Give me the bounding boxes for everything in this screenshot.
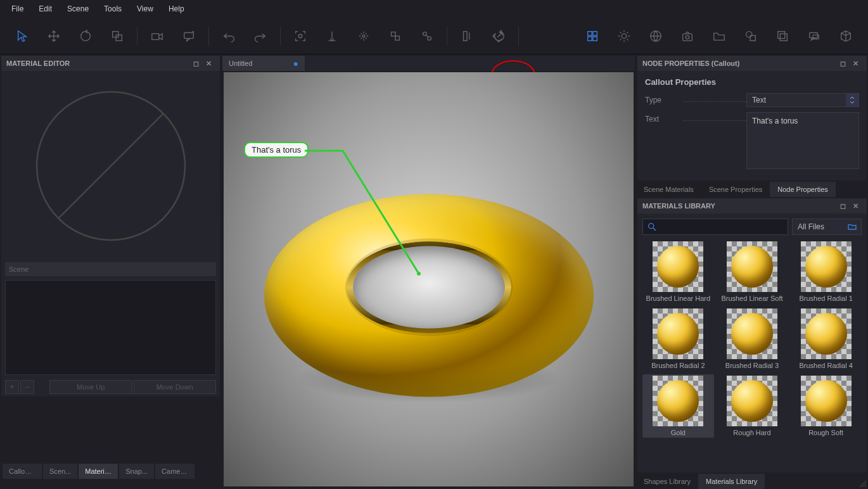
right-sidebar: NODE PROPERTIES (Callout) ◻ ✕ Callout Pr… xyxy=(636,54,868,489)
text-label: Text xyxy=(645,112,683,124)
maximize-icon[interactable]: ◻ xyxy=(836,60,849,68)
menu-scene[interactable]: Scene xyxy=(60,2,96,16)
menubar: File Edit Scene Tools View Help xyxy=(0,0,868,18)
node-properties-header: NODE PROPERTIES (Callout) ◻ ✕ xyxy=(637,56,867,71)
chevron-updown-icon xyxy=(846,94,858,106)
library-item[interactable]: Rough Soft xyxy=(790,374,862,438)
library-item[interactable]: Rough Hard xyxy=(717,374,788,438)
panel-scene-button[interactable] xyxy=(579,23,606,49)
move-up-button[interactable]: Move Up xyxy=(49,380,132,394)
panel-folder-button[interactable] xyxy=(706,23,732,49)
redo-button[interactable] xyxy=(247,23,274,49)
panel-globe-button[interactable] xyxy=(642,23,669,49)
panel-images-button[interactable] xyxy=(769,23,796,49)
left-sidebar: MATERIAL EDITOR ◻ ✕ Scene + − Move Up Mo… xyxy=(0,54,221,489)
panel-camera-button[interactable] xyxy=(674,23,701,49)
svg-rect-14 xyxy=(588,36,592,40)
material-scene-row[interactable]: Scene xyxy=(5,262,216,276)
maximize-icon[interactable]: ◻ xyxy=(189,60,202,68)
document-tabbar: Untitled ● xyxy=(222,56,635,71)
close-icon[interactable]: ✕ xyxy=(849,202,862,210)
library-filter-select[interactable]: All Files xyxy=(792,219,862,235)
tab-materials-library[interactable]: Materials Library xyxy=(698,474,765,489)
menu-file[interactable]: File xyxy=(4,2,31,16)
material-editor-title: MATERIAL EDITOR xyxy=(6,60,70,67)
callout-label[interactable]: That's a torus xyxy=(244,142,309,158)
bottom-tab[interactable]: Scen... xyxy=(43,464,77,479)
move-tool[interactable] xyxy=(41,23,67,49)
tab-scene-properties[interactable]: Scene Properties xyxy=(701,182,770,197)
resize-grip[interactable] xyxy=(858,479,867,488)
material-tool[interactable] xyxy=(382,23,409,49)
svg-rect-12 xyxy=(588,31,592,35)
svg-point-0 xyxy=(81,31,91,41)
remove-material-button[interactable]: − xyxy=(20,380,34,394)
material-editor-header: MATERIAL EDITOR ◻ ✕ xyxy=(1,56,220,71)
panel-callouts-button[interactable] xyxy=(801,23,827,49)
move-down-button[interactable]: Move Down xyxy=(134,380,217,394)
material-thumbnail xyxy=(653,241,703,292)
material-label: Brushed Radial 3 xyxy=(725,362,779,369)
materials-library-body: All Files Brushed Linear HardBrushed Lin… xyxy=(637,213,867,473)
tab-shapes-library[interactable]: Shapes Library xyxy=(636,474,698,489)
panel-cube-button[interactable] xyxy=(833,23,859,49)
menu-help[interactable]: Help xyxy=(161,2,192,16)
svg-point-5 xyxy=(298,34,302,38)
tab-node-properties[interactable]: Node Properties xyxy=(770,182,836,197)
ground-tool[interactable] xyxy=(319,23,345,49)
toolbar xyxy=(0,18,868,54)
svg-rect-15 xyxy=(593,36,597,40)
svg-point-30 xyxy=(417,272,421,276)
folder-icon xyxy=(847,222,857,232)
select-tool[interactable] xyxy=(9,23,35,49)
search-icon xyxy=(647,222,657,232)
menu-edit[interactable]: Edit xyxy=(31,2,60,16)
library-item[interactable]: Brushed Radial 3 xyxy=(717,307,788,371)
material-thumbnail xyxy=(727,376,777,426)
bottom-tab[interactable]: Material ... xyxy=(79,464,118,479)
materials-library-title: MATERIALS LIBRARY xyxy=(642,202,715,210)
callout-tool[interactable] xyxy=(176,23,202,49)
library-item[interactable]: Brushed Radial 1 xyxy=(790,240,862,303)
library-item[interactable]: Brushed Radial 4 xyxy=(790,307,862,371)
export-button[interactable] xyxy=(485,23,512,49)
tab-scene-materials[interactable]: Scene Materials xyxy=(636,182,701,197)
library-item[interactable]: Brushed Linear Hard xyxy=(642,240,714,303)
link-tool[interactable] xyxy=(414,23,440,49)
unsaved-indicator-icon: ● xyxy=(293,58,298,68)
library-item[interactable]: Gold xyxy=(642,374,714,438)
library-search-input[interactable] xyxy=(642,219,788,235)
close-icon[interactable]: ✕ xyxy=(849,60,862,68)
add-material-button[interactable]: + xyxy=(5,380,19,394)
frame-tool[interactable] xyxy=(287,23,314,49)
library-item[interactable]: Brushed Linear Soft xyxy=(717,240,788,303)
type-select[interactable]: Text xyxy=(746,93,859,107)
svg-line-35 xyxy=(865,486,866,487)
svg-rect-1 xyxy=(113,31,118,37)
bottom-tab[interactable]: Callout ... xyxy=(3,464,42,479)
svg-line-29 xyxy=(58,113,163,219)
viewport[interactable]: That's a torus xyxy=(224,72,634,486)
menu-tools[interactable]: Tools xyxy=(96,2,129,16)
snap-tool[interactable] xyxy=(350,23,377,49)
camera-tool[interactable] xyxy=(144,23,170,49)
library-item[interactable]: Brushed Radial 2 xyxy=(642,307,714,371)
menu-view[interactable]: View xyxy=(129,2,161,16)
svg-rect-22 xyxy=(778,31,785,38)
panel-settings-button[interactable] xyxy=(611,23,637,49)
document-tab-label: Untitled xyxy=(229,60,252,67)
text-field[interactable] xyxy=(746,112,859,169)
maximize-icon[interactable]: ◻ xyxy=(836,202,849,210)
bottom-tab[interactable]: Camera Se... xyxy=(155,464,195,479)
undo-button[interactable] xyxy=(215,23,242,49)
render-tool[interactable] xyxy=(454,23,480,49)
rotate-tool[interactable] xyxy=(72,23,99,49)
panel-shapes-button[interactable] xyxy=(737,23,764,49)
svg-rect-4 xyxy=(184,32,194,38)
scale-tool[interactable] xyxy=(104,23,131,49)
close-icon[interactable]: ✕ xyxy=(202,60,215,68)
document-tab[interactable]: Untitled ● xyxy=(222,56,305,71)
callout-leader-line xyxy=(305,147,431,286)
material-thumbnail xyxy=(801,308,852,359)
bottom-tab[interactable]: Snap... xyxy=(119,464,154,479)
